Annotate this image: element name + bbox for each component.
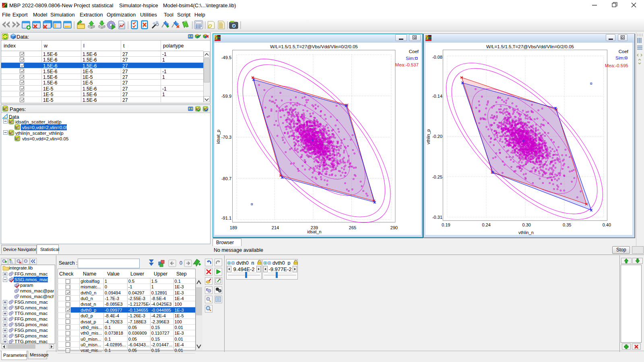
svg-text:Sim:: Sim: [406, 56, 415, 61]
svg-text:-91.1: -91.1 [221, 216, 231, 220]
svg-text:W/L=1.5/1.5,T=27@Vbs/Vdd/Vlin=: W/L=1.5/1.5,T=27@Vbs/Vdd/Vlin=0/2/0.05 [486, 44, 574, 49]
svg-text:idsat_n: idsat_n [307, 229, 321, 234]
svg-text:189: 189 [230, 225, 237, 230]
svg-text:idsat_p: idsat_p [216, 130, 221, 144]
svg-text:-0.25: -0.25 [432, 175, 442, 179]
svg-text:0.24: 0.24 [482, 222, 491, 227]
svg-text:214: 214 [272, 225, 279, 230]
svg-text:Mea:-0.537: Mea:-0.537 [395, 62, 419, 67]
svg-text:0.19: 0.19 [442, 222, 450, 227]
svg-text:-0.31: -0.31 [432, 215, 442, 220]
svg-text:Sim:: Sim: [615, 56, 625, 60]
svg-text:W/L=1.5/1.5,T=27@Vbs/Vdd/Vlin=: W/L=1.5/1.5,T=27@Vbs/Vdd/Vlin=0/2/0.05 [270, 44, 358, 49]
svg-text:Coef: Coef [409, 49, 419, 54]
svg-text:265: 265 [349, 225, 356, 230]
svg-text:290: 290 [390, 225, 398, 230]
svg-text:-49.5: -49.5 [221, 55, 231, 60]
svg-text:-80.7: -80.7 [221, 176, 231, 181]
svg-text:-0.14: -0.14 [432, 94, 442, 99]
svg-text:-0.20: -0.20 [432, 134, 442, 139]
svg-text:-0.08: -0.08 [432, 55, 442, 60]
svg-text:Coef: Coef [619, 49, 629, 54]
svg-text:0: 0 [180, 260, 182, 266]
svg-text:Mea:-0.595: Mea:-0.595 [605, 63, 628, 68]
svg-text:0.40: 0.40 [603, 222, 611, 227]
svg-text:vthlin_p: vthlin_p [426, 129, 431, 144]
svg-text:0.30: 0.30 [522, 222, 530, 227]
svg-text:-59.9: -59.9 [221, 94, 231, 99]
svg-text:0.35: 0.35 [563, 222, 571, 227]
svg-text:-70.3: -70.3 [221, 135, 231, 140]
svg-text:vthlin_n: vthlin_n [518, 230, 534, 235]
